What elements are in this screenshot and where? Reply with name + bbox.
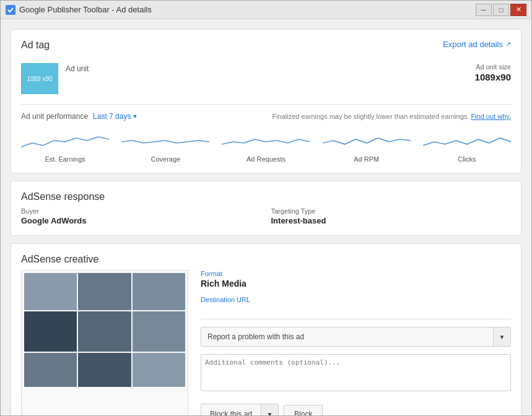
metric-coverage: Coverage xyxy=(121,128,209,163)
perf-title: Ad unit performance xyxy=(21,112,88,121)
block-ad-label: Block this ad xyxy=(201,405,261,415)
response-buyer: Buyer Google AdWords xyxy=(21,207,261,225)
response-grid: Buyer Google AdWords Targeting Type Inte… xyxy=(21,207,511,225)
coverage-chart xyxy=(121,128,209,153)
titlebar-left: Google Publisher Toolbar - Ad details xyxy=(6,5,152,15)
performance-section: Ad unit performance Last 7 days ▼ Finali… xyxy=(21,104,511,163)
chevron-down-icon-2: ▼ xyxy=(267,411,273,416)
perf-period-dropdown[interactable]: Last 7 days ▼ xyxy=(93,112,137,121)
perf-header-left: Ad unit performance Last 7 days ▼ xyxy=(21,112,137,121)
metric-earnings: Est. Earnings xyxy=(21,128,109,163)
creative-preview: 12.5... ad xyxy=(21,270,188,415)
coverage-label: Coverage xyxy=(150,155,180,163)
ad-unit-label: Ad unit xyxy=(66,63,89,73)
ad-unit-thumb-text: 1089 x90 xyxy=(27,75,52,83)
perf-disclaimer: Finalized earnings may be slightly lower… xyxy=(272,113,511,120)
targeting-label: Targeting Type xyxy=(271,207,512,215)
perf-header: Ad unit performance Last 7 days ▼ Finali… xyxy=(21,112,511,121)
main-window: Google Publisher Toolbar - Ad details ─ … xyxy=(0,0,532,416)
report-dropdown[interactable]: Report a problem with this ad ▼ xyxy=(201,327,511,347)
ad-unit-row: 1089 x90 Ad unit Ad unit size 1089x90 xyxy=(21,63,511,94)
ad-requests-chart xyxy=(222,128,310,153)
restore-button[interactable]: □ xyxy=(493,4,509,16)
export-label: Export ad details xyxy=(443,40,503,49)
metrics-row: Est. Earnings Coverage xyxy=(21,128,511,163)
buyer-value: Google AdWords xyxy=(21,216,261,225)
ad-unit-size-box: Ad unit size 1089x90 xyxy=(475,63,511,82)
block-button[interactable]: Block xyxy=(284,405,323,415)
format-group: Format Rich Media xyxy=(201,270,511,288)
chevron-down-icon: ▼ xyxy=(493,330,512,344)
adsense-creative-section: AdSense creative xyxy=(11,243,521,415)
external-link-icon: ↗ xyxy=(505,40,511,48)
format-value: Rich Media xyxy=(201,279,511,288)
export-link[interactable]: Export ad details ↗ xyxy=(443,40,511,49)
dropdown-arrow-icon: ▼ xyxy=(132,113,137,119)
adsense-response-section: AdSense response Buyer Google AdWords Ta… xyxy=(11,181,521,236)
creative-details: Format Rich Media Destination URL Report… xyxy=(201,270,511,415)
destination-group: Destination URL xyxy=(201,296,511,319)
ad-unit-size-value: 1089x90 xyxy=(475,72,511,82)
comments-textarea[interactable] xyxy=(201,354,511,391)
ad-tag-header: Ad tag Export ad details ↗ xyxy=(21,40,511,58)
creative-layout: 12.5... ad Format Rich Media Destination… xyxy=(21,270,511,415)
perf-period-label: Last 7 days xyxy=(93,112,131,121)
ad-unit-left: 1089 x90 Ad unit xyxy=(21,63,89,94)
adsense-response-title: AdSense response xyxy=(21,191,105,202)
perf-disclaimer-text: Finalized earnings may be slightly lower… xyxy=(272,113,469,120)
metric-clicks: Clicks xyxy=(423,128,511,163)
ad-unit-size-label: Ad unit size xyxy=(475,63,511,71)
adsense-creative-title: AdSense creative xyxy=(21,254,98,264)
metric-ad-rpm: Ad RPM xyxy=(323,128,411,163)
app-icon xyxy=(6,5,15,15)
buyer-label: Buyer xyxy=(21,207,261,215)
ad-rpm-label: Ad RPM xyxy=(354,155,379,163)
ad-tag-title: Ad tag xyxy=(21,40,50,51)
response-targeting: Targeting Type Interest-based xyxy=(271,207,512,225)
find-out-why-label: Find out why. xyxy=(471,113,511,120)
report-dropdown-label: Report a problem with this ad xyxy=(201,329,493,345)
titlebar: Google Publisher Toolbar - Ad details ─ … xyxy=(1,1,531,19)
clicks-label: Clicks xyxy=(458,155,476,163)
report-dropdown-arrow[interactable]: ▼ xyxy=(493,327,510,346)
bottom-bar: Block this ad ▼ Block xyxy=(201,404,511,415)
block-ad-dropdown-arrow[interactable]: ▼ xyxy=(261,404,278,415)
earnings-label: Est. Earnings xyxy=(45,155,85,163)
destination-label: Destination URL xyxy=(201,296,511,303)
targeting-value: Interest-based xyxy=(271,216,512,225)
block-ad-button[interactable]: Block this ad ▼ xyxy=(201,404,279,415)
main-content: Ad tag Export ad details ↗ 1089 x90 Ad u… xyxy=(1,19,531,415)
find-out-why-link[interactable]: Find out why. xyxy=(471,113,511,120)
destination-url xyxy=(201,305,511,319)
close-button[interactable]: ✕ xyxy=(510,4,526,16)
ad-requests-label: Ad Requests xyxy=(246,155,286,163)
window-controls: ─ □ ✕ xyxy=(476,4,526,16)
clicks-chart xyxy=(423,128,511,153)
ad-tag-section: Ad tag Export ad details ↗ 1089 x90 Ad u… xyxy=(11,29,521,173)
ad-unit-thumbnail: 1089 x90 xyxy=(21,63,58,94)
earnings-chart xyxy=(21,128,109,153)
window-title: Google Publisher Toolbar - Ad details xyxy=(19,5,152,14)
format-label: Format xyxy=(201,270,511,277)
minimize-button[interactable]: ─ xyxy=(476,4,492,16)
metric-ad-requests: Ad Requests xyxy=(222,128,310,163)
ad-rpm-chart xyxy=(323,128,411,153)
